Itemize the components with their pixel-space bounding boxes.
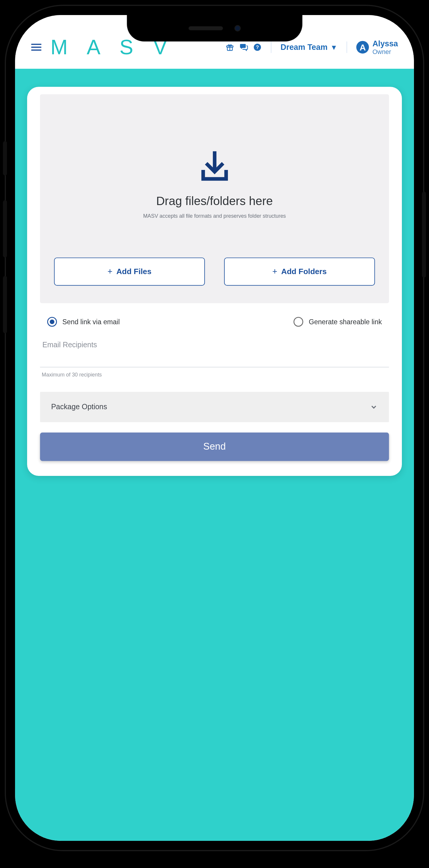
- email-hint: Maximum of 30 recipients: [40, 367, 389, 378]
- radio-icon: [47, 317, 57, 327]
- download-tray-icon: [197, 150, 232, 185]
- add-files-button[interactable]: + Add Files: [54, 257, 205, 286]
- phone-side-button: [3, 141, 7, 176]
- add-files-label: Add Files: [117, 267, 152, 276]
- upload-card: Drag files/folders here MASV accepts all…: [27, 87, 402, 476]
- team-selector[interactable]: Dream Team ▼: [281, 43, 338, 52]
- radio-email-option[interactable]: Send link via email: [47, 317, 120, 327]
- chat-icon[interactable]: [239, 43, 248, 52]
- svg-text:?: ?: [256, 45, 259, 51]
- phone-side-button: [422, 191, 426, 278]
- user-name: Alyssa: [372, 39, 398, 49]
- email-recipients-field: Email Recipients Maximum of 30 recipient…: [40, 341, 389, 378]
- divider: [271, 41, 271, 53]
- package-options-label: Package Options: [51, 403, 107, 411]
- send-label: Send: [203, 441, 226, 452]
- caret-down-icon: ▼: [331, 43, 338, 51]
- plus-icon: +: [108, 267, 112, 276]
- phone-frame: M A S V: [6, 6, 423, 850]
- user-role: Owner: [372, 49, 398, 56]
- chevron-down-icon: [370, 403, 378, 411]
- dropzone-subtitle: MASV accepts all file formats and preser…: [143, 213, 286, 219]
- app-body: Drag files/folders here MASV accepts all…: [15, 69, 414, 841]
- email-input[interactable]: [40, 349, 389, 367]
- add-folders-button[interactable]: + Add Folders: [224, 257, 375, 286]
- phone-side-button: [3, 200, 7, 257]
- gift-icon[interactable]: [226, 43, 234, 52]
- radio-icon: [294, 317, 303, 327]
- package-options-toggle[interactable]: Package Options: [40, 392, 389, 422]
- phone-side-button: [3, 276, 7, 334]
- radio-link-label: Generate shareable link: [309, 318, 382, 326]
- menu-icon[interactable]: [31, 44, 41, 51]
- help-icon[interactable]: ?: [253, 43, 262, 52]
- divider: [347, 41, 347, 53]
- email-label: Email Recipients: [40, 341, 389, 349]
- phone-notch: [127, 15, 302, 41]
- radio-link-option[interactable]: Generate shareable link: [294, 317, 382, 327]
- avatar: A: [357, 41, 369, 54]
- add-folders-label: Add Folders: [281, 267, 327, 276]
- team-name: Dream Team: [281, 43, 328, 52]
- user-menu[interactable]: A Alyssa Owner: [357, 39, 398, 56]
- dropzone-title: Drag files/folders here: [156, 194, 273, 208]
- file-dropzone[interactable]: Drag files/folders here MASV accepts all…: [40, 94, 389, 303]
- send-button[interactable]: Send: [40, 433, 389, 461]
- radio-email-label: Send link via email: [63, 318, 120, 326]
- delivery-method: Send link via email Generate shareable l…: [40, 303, 389, 341]
- plus-icon: +: [272, 267, 277, 276]
